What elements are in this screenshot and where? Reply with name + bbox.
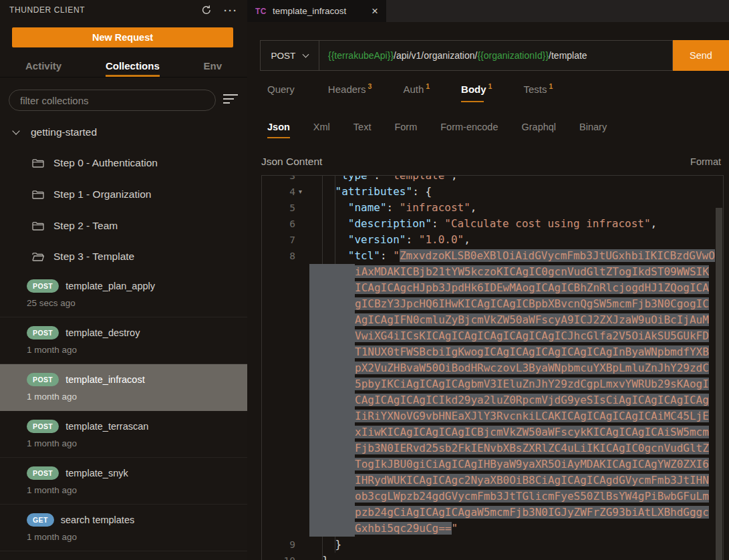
folder-step-0-authentication[interactable]: Step 0 - Authentication — [0, 152, 247, 174]
request-template_terrascan[interactable]: POSTtemplate_terrascan 1 month ago — [0, 411, 247, 458]
method-badge: POST — [27, 326, 59, 339]
code-line: 8 "tcl": "ZmxvdzoKLSB0eXBlOiAidGVycmFmb3… — [262, 248, 723, 264]
method-badge: POST — [27, 420, 59, 433]
request-template_infracost[interactable]: POSTtemplate_infracost 1 month ago — [0, 364, 247, 411]
folder-open-icon — [32, 252, 44, 262]
close-icon[interactable]: × — [372, 7, 378, 16]
request-timestamp: 1 month ago — [27, 438, 247, 448]
line-number: 7 — [262, 232, 295, 248]
format-button[interactable]: Format — [690, 156, 721, 167]
thunder-client-logo-icon: TC — [255, 7, 267, 16]
count-badge: 3 — [368, 82, 372, 90]
folder-step-1-organization[interactable]: Step 1 - Organization — [0, 184, 247, 205]
tab-text[interactable]: Text — [353, 116, 372, 140]
code-line: 4▾ "attributes": { — [262, 184, 723, 200]
request-list: POSTtemplate_plan_apply 25 secs ago POST… — [0, 271, 247, 551]
tab-query[interactable]: Query — [267, 76, 297, 102]
sidebar-header: THUNDER CLIENT ··· — [0, 0, 247, 20]
tab-collections[interactable]: Collections — [106, 56, 160, 77]
sidebar: THUNDER CLIENT ··· New Request Activity … — [0, 0, 247, 560]
new-request-button[interactable]: New Request — [12, 27, 233, 47]
request-section-tabs: Query Headers3 Auth1 Body1 Tests1 — [267, 76, 722, 102]
send-button[interactable]: Send — [673, 40, 729, 71]
editor-tabstrip: TC template_infracost × — [247, 0, 729, 22]
code-line: 6 "description": "Calculate cost using i… — [262, 216, 723, 232]
tab-tests[interactable]: Tests1 — [523, 76, 553, 102]
url-input[interactable]: {{terrakubeApi}}/api/v1/organization/{{o… — [319, 40, 673, 71]
request-template_snyk[interactable]: POSTtemplate_snyk 1 month ago — [0, 458, 247, 505]
code-line: TogIkJBU0giCiAgICAgIHByaW9yaXR5OiAyMDAKI… — [262, 456, 723, 472]
line-number: 4 — [262, 184, 295, 200]
code-line: IHRydWUKICAgICAgc2NyaXB0OiB8CiAgICAgICAg… — [262, 472, 723, 488]
request-search-templates[interactable]: GETsearch templates 1 month ago — [0, 505, 247, 551]
tab-headers[interactable]: Headers3 — [328, 76, 372, 102]
tab-form[interactable]: Form — [394, 116, 417, 140]
tab-body[interactable]: Body1 — [461, 76, 492, 102]
tab-graphql[interactable]: Graphql — [522, 116, 557, 140]
editor-scrollbar[interactable] — [716, 208, 722, 560]
collection-name: getting-started — [31, 126, 97, 138]
tab-auth[interactable]: Auth1 — [403, 76, 430, 102]
editor-tab-template_infracost[interactable]: TC template_infracost × — [247, 0, 386, 22]
count-badge: 1 — [488, 82, 492, 90]
sidebar-tabs: Activity Collections Env — [0, 56, 247, 78]
code-line: 3 "type": "template", — [262, 175, 723, 184]
line-number: 8 — [262, 248, 295, 264]
code-line: Fjb3N0IERvd25sb2FkIENvbXBsZXRlZC4uLiIKIC… — [262, 440, 723, 456]
url-path: /template — [549, 50, 587, 61]
sort-icon[interactable] — [223, 94, 239, 106]
request-url-bar: POST {{terrakubeApi}}/api/v1/organizatio… — [260, 40, 729, 71]
folder-icon — [32, 158, 44, 168]
line-number: 10 — [262, 553, 295, 560]
thunder-client-app: THUNDER CLIENT ··· New Request Activity … — [0, 0, 729, 560]
fold-arrow-icon[interactable]: ▾ — [299, 184, 302, 200]
folder-step-3-template[interactable]: Step 3 - Template — [0, 246, 247, 267]
method-badge: POST — [27, 279, 59, 293]
json-content-bar: Json Content Format — [261, 152, 721, 171]
chevron-down-icon — [12, 127, 19, 134]
code-line: gICBzY3JpcHQ6IHwKICAgICAgICBpbXBvcnQgSW5… — [262, 296, 723, 312]
code-line: AgICAgIFN0cmluZyBjcmVkZW50aWFscyA9ICJ2ZX… — [262, 312, 723, 328]
url-variable: {{terrakubeApi}} — [328, 50, 394, 61]
code-line: ob3cgLWpzb24gdGVycmFmb3JtTGlicmFyeS50ZlB… — [262, 488, 723, 505]
count-badge: 1 — [549, 82, 553, 90]
tab-form-encode[interactable]: Form-encode — [440, 116, 498, 140]
collection-getting-started[interactable]: getting-started — [0, 122, 247, 142]
tab-activity[interactable]: Activity — [25, 56, 61, 77]
refresh-icon[interactable] — [201, 5, 212, 15]
method-select[interactable]: POST — [260, 40, 319, 71]
json-editor[interactable]: 3 "type": "template",4▾ "attributes": {5… — [261, 175, 724, 560]
request-template_plan_apply[interactable]: POSTtemplate_plan_apply 25 secs ago — [0, 271, 247, 317]
code-line: ICAgICAgcHJpb3JpdHk6IDEwMAogICAgICBhZnRl… — [262, 280, 723, 296]
body-type-tabs: Json Xml Text Form Form-encode Graphql B… — [267, 116, 722, 140]
tab-binary[interactable]: Binary — [579, 116, 607, 140]
code-lines: 3 "type": "template",4▾ "attributes": {5… — [262, 175, 723, 560]
code-line: 9 } — [262, 537, 723, 553]
code-line: IiRiYXNoVG9vbHNEaXJlY3RvcnkiLCAKICAgICAg… — [262, 408, 723, 424]
filter-row — [9, 90, 241, 111]
code-line: Gxhbi5qc29uCg==" — [262, 521, 723, 537]
code-line: pzb24gCiAgICAgICAgaW5mcmFjb3N0IGJyZWFrZG… — [262, 505, 723, 521]
code-line: 10 } — [262, 553, 723, 560]
more-actions-icon[interactable]: ··· — [224, 5, 238, 16]
request-timestamp: 1 month ago — [27, 392, 247, 402]
folder-step-2-team[interactable]: Step 2 - Team — [0, 215, 247, 237]
tab-xml[interactable]: Xml — [313, 116, 330, 140]
filter-collections-input[interactable] — [9, 90, 216, 111]
url-variable: {{organizationId}} — [477, 50, 549, 61]
url-path: /api/v1/organization/ — [394, 50, 477, 61]
folder-icon — [32, 221, 44, 231]
code-line: 7 "version": "1.0.0", — [262, 232, 723, 248]
count-badge: 1 — [426, 82, 430, 90]
tab-json[interactable]: Json — [267, 116, 290, 140]
code-line: VwiXG4iICsKICAgICAgICAgICAgICAgICJhcGlfa… — [262, 328, 723, 344]
request-editor-panel: TC template_infracost × POST {{terrakube… — [247, 0, 729, 560]
code-line: xIiwKICAgICAgICAgICBjcmVkZW50aWFscykKICA… — [262, 424, 723, 440]
request-timestamp: 1 month ago — [27, 532, 247, 542]
code-line: iAxMDAKICBjb21tYW5kczoKICAgIC0gcnVudGltZ… — [262, 264, 723, 280]
tab-env[interactable]: Env — [203, 56, 222, 77]
folder-icon — [32, 190, 44, 200]
request-template_destroy[interactable]: POSTtemplate_destroy 1 month ago — [0, 317, 247, 364]
method-badge: POST — [27, 466, 59, 480]
json-content-label: Json Content — [261, 156, 322, 168]
